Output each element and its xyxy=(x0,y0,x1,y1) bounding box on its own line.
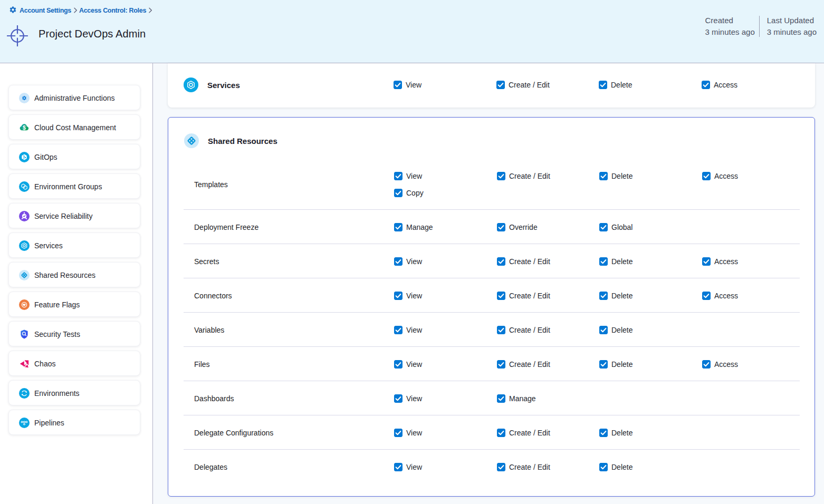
svg-text:$: $ xyxy=(23,124,26,131)
